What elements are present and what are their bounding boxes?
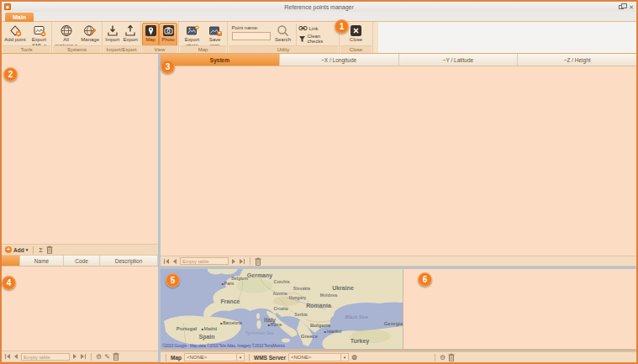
ribbon: Add point Export KML ▾ Tools All systems… <box>2 22 636 54</box>
close-window-button[interactable]: ✕ <box>629 4 634 10</box>
row-selector-header[interactable] <box>2 256 20 266</box>
add-point-button[interactable]: Add point <box>3 23 28 46</box>
link-chain-icon <box>298 25 308 31</box>
group-label-import-export: Import/Export <box>103 45 140 53</box>
dropdown-arrow-icon: ▾ <box>26 247 29 252</box>
wms-server-label: WMS Server <box>254 355 286 361</box>
left-pager-bar: Empty table ⚙ ✎ <box>2 351 158 362</box>
ribbon-tab-row: Main <box>2 12 636 22</box>
right-pane: System ~X / Longitude ~Y / Latitude ~Z /… <box>161 54 636 362</box>
photo-panel <box>403 269 636 349</box>
annotation-marker-6: 6 <box>418 272 432 287</box>
dropdown-arrow-icon: ▾ <box>340 354 348 361</box>
add-plus-icon: + <box>5 246 12 253</box>
ribbon-group-systems: All systems ▾ Manage Systems <box>52 22 103 53</box>
search-button[interactable]: Search <box>272 23 294 46</box>
last-record-button[interactable] <box>80 354 87 359</box>
record-status-box: Empty table <box>21 353 70 361</box>
add-row-button[interactable]: + Add ▾ <box>5 246 28 253</box>
globe-edit-icon <box>83 24 97 37</box>
screenshot-stage: ◆ Reference points manager ✕ Main Add po… <box>0 0 638 364</box>
delete-row-button[interactable] <box>46 245 53 254</box>
ribbon-group-view: Map Photo View <box>141 22 179 53</box>
map-pin-icon <box>145 24 157 37</box>
tab-main[interactable]: Main <box>5 13 34 22</box>
map-settings-bar: Map <NONE> ▾ WMS Server <NONE> ▾ ⚙ ⚙ <box>161 351 636 362</box>
column-header-x-longitude[interactable]: ~X / Longitude <box>280 54 399 66</box>
sum-button[interactable]: Σ <box>39 246 43 254</box>
group-label-view: View <box>142 45 177 53</box>
map-source-select[interactable]: <NONE> ▾ <box>184 353 245 361</box>
annotation-marker-3: 3 <box>161 60 175 74</box>
title-bar: ◆ Reference points manager ✕ <box>2 2 636 12</box>
systems-list-panel <box>2 54 158 244</box>
first-record-button[interactable] <box>163 259 170 264</box>
map-view[interactable]: GermanyBelgiumCzechiaSlovakiaAustriaHung… <box>161 269 403 349</box>
ribbon-group-import-export: Import Export Import/Export <box>103 22 141 53</box>
group-label-utility: Utility <box>229 45 338 53</box>
left-pane: + Add ▾ Σ Name Code Description Empty ta… <box>2 54 158 362</box>
first-record-button[interactable] <box>4 354 11 359</box>
ribbon-group-utility: Point name: Search Link <box>228 22 340 53</box>
photo-toggle-button[interactable]: Photo <box>159 23 177 46</box>
save-map-button[interactable]: Save map <box>204 23 226 46</box>
column-header-name[interactable]: Name <box>20 256 64 266</box>
column-header-z-height[interactable]: ~Z / Height <box>518 54 636 66</box>
ribbon-group-map: Export photo Save map Map <box>179 22 228 53</box>
ribbon-groups: Add point Export KML ▾ Tools All systems… <box>2 22 378 53</box>
left-table-header: Name Code Description <box>2 256 158 266</box>
manage-systems-button[interactable]: Manage <box>79 23 101 46</box>
point-name-input[interactable] <box>232 32 271 40</box>
previous-record-button[interactable] <box>13 354 18 359</box>
annotation-marker-2: 2 <box>3 67 18 82</box>
column-header-system[interactable]: System <box>161 54 280 66</box>
export-arrow-icon <box>124 24 136 37</box>
map-settings-gear-icon[interactable]: ⚙ <box>351 354 357 361</box>
image-plus-icon <box>186 24 199 37</box>
map-attribution: ©2010 Google - Map data ©2010 Tele Atlas… <box>162 344 285 348</box>
annotation-marker-5: 5 <box>166 273 180 288</box>
close-x-icon <box>350 24 362 37</box>
ribbon-group-tools: Add point Export KML ▾ Tools <box>2 22 52 53</box>
left-table-toolbar: + Add ▾ Σ <box>2 244 158 256</box>
add-point-icon <box>8 24 22 37</box>
next-record-button[interactable] <box>72 354 77 359</box>
group-label-close: Close <box>340 45 372 53</box>
group-label-map: Map <box>180 45 226 53</box>
record-status-box: Empty table <box>180 257 229 265</box>
edit-pencil-icon[interactable]: ✎ <box>104 353 110 361</box>
next-record-button[interactable] <box>231 259 236 264</box>
link-button[interactable]: Link <box>298 25 337 31</box>
export-button[interactable]: Export <box>122 23 140 46</box>
clean-checks-button[interactable]: Clean checks <box>298 34 337 44</box>
coordinates-table-body <box>161 66 636 256</box>
last-record-button[interactable] <box>239 259 245 264</box>
delete-trash-icon[interactable] <box>113 352 119 361</box>
map-row: GermanyBelgiumCzechiaSlovakiaAustriaHung… <box>161 269 636 349</box>
coordinates-pager-bar: Empty table <box>161 256 636 266</box>
group-label-systems: Systems <box>53 45 101 53</box>
export-kml-icon <box>33 24 46 37</box>
maximize-restore-button[interactable] <box>619 5 624 9</box>
camera-icon <box>162 24 175 37</box>
wms-server-select[interactable]: <NONE> ▾ <box>288 353 349 361</box>
column-header-description[interactable]: Description <box>100 256 158 266</box>
all-systems-button[interactable]: All systems ▾ <box>53 23 79 46</box>
annotation-marker-4: 4 <box>2 276 16 290</box>
settings-gear-icon[interactable]: ⚙ <box>96 353 102 361</box>
image-save-icon <box>208 24 222 37</box>
window-title: Reference points manager <box>2 4 636 10</box>
point-name-label: Point name: <box>232 25 259 30</box>
previous-record-button[interactable] <box>172 259 177 264</box>
delete-trash-icon[interactable] <box>255 257 261 266</box>
photo-delete-trash-icon[interactable] <box>448 353 455 361</box>
photo-settings-gear-icon[interactable]: ⚙ <box>440 354 446 361</box>
column-header-code[interactable]: Code <box>64 256 100 266</box>
import-button[interactable]: Import <box>103 23 122 46</box>
annotation-marker-1: 1 <box>335 19 349 34</box>
dropdown-arrow-icon: ▾ <box>236 354 244 361</box>
export-photo-button[interactable]: Export photo <box>181 23 204 46</box>
export-kml-button[interactable]: Export KML ▾ <box>28 23 50 46</box>
column-header-y-latitude[interactable]: ~Y / Latitude <box>399 54 519 66</box>
map-toggle-button[interactable]: Map <box>142 23 159 46</box>
